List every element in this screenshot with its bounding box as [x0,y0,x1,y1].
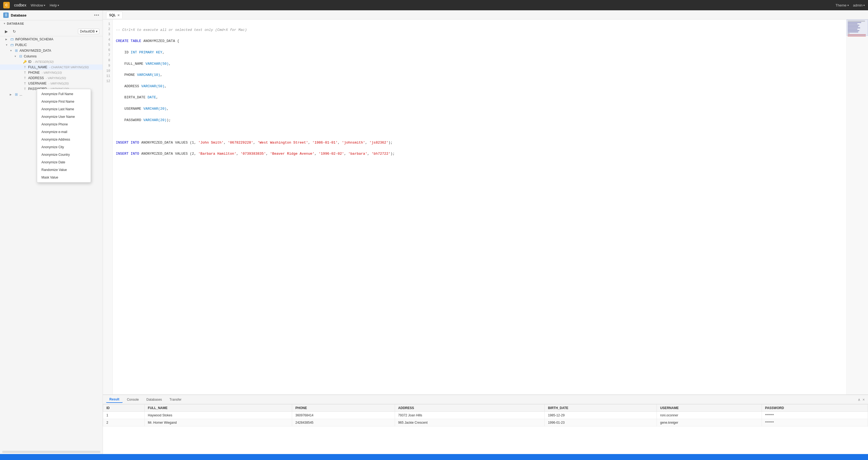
col-header-username: USERNAME [657,404,762,412]
top-navigation: C codbex Window ▾ Help ▾ Theme ▾ admin ▾ [0,0,868,10]
top-menu: Window ▾ Help ▾ [31,3,59,7]
col-header-birthdate: BIRTH_DATE [545,404,656,412]
main-layout: 🗄 Database ••• ▼ DATABASE ▶ ↻ DefaultDB … [0,10,868,454]
sidebar-title: Database [11,13,92,17]
text-col-icon: T [23,65,27,69]
password-col-icon: T [23,87,27,90]
editor-tab-bar: SQL × [103,10,868,20]
sql-tab-close[interactable]: × [118,13,120,17]
other-table-icon: ⊞ [14,92,19,96]
cell-full_name: Mr. Homer Wiegand [145,419,292,426]
username-col-icon: T [23,82,27,85]
cell-address: 79372 Joan Hills [395,412,545,419]
refresh-button[interactable]: ↻ [11,28,17,34]
bottom-panel: Result Console Databases Transfer ∧ × ID… [103,395,868,454]
cell-id: 1 [103,412,145,419]
tab-console[interactable]: Console [124,397,142,403]
columns-icon: ⊟ [19,54,23,58]
help-menu[interactable]: Help ▾ [50,3,59,7]
cell-username: roni.oconner [657,412,762,419]
tab-transfer[interactable]: Transfer [166,397,185,403]
tree-item-anonymized-data[interactable]: ▼ ⊞ ANONYMIZED_DATA [0,48,103,53]
db-select-chevron: ▾ [96,30,97,33]
anonymize-user-name[interactable]: Anonymize User Name [37,113,91,120]
sidebar-header: 🗄 Database ••• [0,10,103,20]
table-arrow: ▼ [10,49,13,52]
tree-item-col-id[interactable]: ▶ 🔑 ID - INTEGER(32) [0,59,103,64]
collapse-panel-button[interactable]: ∧ [858,397,861,402]
cell-phone: 2428438545 [292,419,395,426]
theme-chevron: ▾ [847,4,849,7]
tree-item-columns-group[interactable]: ▼ ⊟ Columns [0,53,103,59]
table-row: 2Mr. Homer Wiegand2428438545965 Jackie C… [103,419,868,426]
status-bar [0,454,868,460]
col-header-id: ID [103,404,145,412]
line-numbers: 12345 678910 1112 [103,20,113,395]
tree-view: ▶ 🗃 INFORMATION_SCHEMA ▼ 🗃 PUBLIC ▼ ⊞ AN… [0,36,103,450]
anonymize-email[interactable]: Anonymize e-mail [37,128,91,136]
col-header-address: ADDRESS [395,404,545,412]
result-table-wrap: ID FULL_NAME PHONE ADDRESS BIRTH_DATE US… [103,404,868,454]
cell-id: 2 [103,419,145,426]
col-header-password: PASSWORD [762,404,868,412]
columns-arrow: ▼ [14,55,17,58]
theme-menu[interactable]: Theme ▾ [836,3,848,7]
sidebar-scrollbar[interactable] [2,451,100,453]
play-button[interactable]: ▶ [3,28,9,34]
public-schema-icon: 🗃 [10,43,14,47]
topnav-right: Theme ▾ admin ▾ [836,3,865,7]
phone-col-icon: T [23,71,27,74]
tab-databases[interactable]: Databases [143,397,165,403]
table-row: 1Haywood Stokes360976841479372 Joan Hill… [103,412,868,419]
result-table: ID FULL_NAME PHONE ADDRESS BIRTH_DATE US… [103,404,868,426]
tree-item-col-username[interactable]: ▶ T USERNAME - VARYING(20) [0,81,103,86]
table-icon: ⊞ [14,49,19,53]
right-panel: SQL × 12345 678910 1112 -- Ctrl+X to exe… [103,10,868,454]
minimap [846,20,868,395]
database-select[interactable]: DefaultDB ▾ [78,29,99,34]
anonymize-date[interactable]: Anonymize Date [37,159,91,166]
cell-birth_date: 1985-12-29 [545,412,656,419]
minimap-viewport [847,20,868,36]
code-editor[interactable]: 12345 678910 1112 -- Ctrl+X to execute a… [103,20,868,395]
tree-item-info-schema[interactable]: ▶ 🗃 INFORMATION_SCHEMA [0,36,103,42]
schema-icon: 🗃 [10,37,14,41]
app-brand: codbex [14,3,26,7]
anonymize-full-name[interactable]: Anonymize Full Name [37,90,91,98]
randomize-value[interactable]: Randomize Value [37,166,91,174]
tree-item-col-address[interactable]: ▶ T ADDRESS - VARYING(50) [0,75,103,81]
bottom-tab-bar: Result Console Databases Transfer ∧ × [103,395,868,404]
bottom-panel-actions: ∧ × [858,397,865,402]
anonymize-first-name[interactable]: Anonymize First Name [37,98,91,105]
key-icon: 🔑 [23,60,27,64]
tree-item-col-fullname[interactable]: ▶ T FULL_NAME - CHARACTER VARYING(50) [0,64,103,70]
context-menu: Anonymize Full Name Anonymize First Name… [37,89,91,182]
col-header-fullname: FULL_NAME [145,404,292,412]
cell-phone: 3609768414 [292,412,395,419]
window-menu[interactable]: Window ▾ [31,3,45,7]
sidebar-options-button[interactable]: ••• [94,13,99,18]
app-logo: C [3,2,10,8]
other-table-arrow: ▶ [10,93,13,96]
public-arrow: ▼ [5,44,9,46]
mask-value[interactable]: Mask Value [37,174,91,181]
sql-tab[interactable]: SQL × [106,12,123,19]
cell-full_name: Haywood Stokes [145,412,292,419]
anonymize-city[interactable]: Anonymize City [37,143,91,151]
cell-birth_date: 1996-01-23 [545,419,656,426]
anonymize-country[interactable]: Anonymize Country [37,151,91,159]
anonymize-last-name[interactable]: Anonymize Last Name [37,105,91,113]
window-menu-chevron: ▾ [44,4,45,7]
admin-menu[interactable]: admin ▾ [853,3,865,7]
help-menu-chevron: ▾ [58,4,59,7]
close-panel-button[interactable]: × [863,397,865,402]
code-content[interactable]: -- Ctrl+X to execute all or selected tex… [113,20,846,395]
cell-password: ******* [762,419,868,426]
tree-item-public[interactable]: ▼ 🗃 PUBLIC [0,42,103,48]
tab-result[interactable]: Result [106,396,123,403]
cell-password: ******* [762,412,868,419]
anonymize-address[interactable]: Anonymize Address [37,136,91,143]
admin-chevron: ▾ [863,4,865,7]
anonymize-phone[interactable]: Anonymize Phone [37,120,91,128]
tree-item-col-phone[interactable]: ▶ T PHONE - VARYING(10) [0,70,103,75]
